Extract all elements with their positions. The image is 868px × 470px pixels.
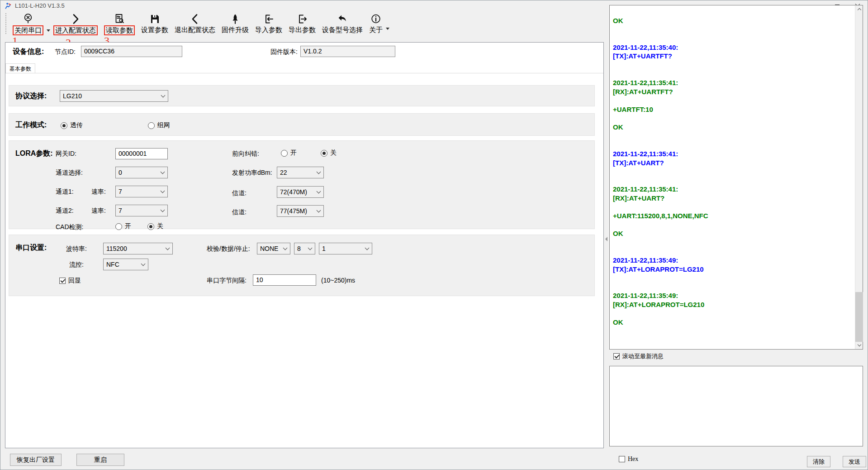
restart-button[interactable]: 重启 <box>76 454 124 466</box>
cad-off-radio[interactable]: 关 <box>147 222 163 230</box>
log-scrollbar[interactable] <box>855 5 863 349</box>
channel1-freq-combo[interactable]: 72(470M) <box>277 186 324 198</box>
combo-value: NONE <box>260 245 278 252</box>
radio-icon <box>61 122 67 129</box>
log-line: OK <box>613 229 854 238</box>
protocol-select[interactable]: LG210 <box>60 90 168 102</box>
radio-icon <box>281 150 288 157</box>
toolbar-button-import-params[interactable]: 导入参数 <box>252 12 285 34</box>
send-button[interactable]: 发送 <box>843 456 866 467</box>
chevron-down-icon <box>161 170 165 174</box>
log-line <box>613 309 854 318</box>
work-mode-section: 工作模式: 透传 组网 <box>9 113 595 136</box>
combo-value: 0 <box>119 169 122 176</box>
baud-rate-label: 波特率: <box>66 245 87 253</box>
toolbar-overflow-caret[interactable] <box>386 28 389 30</box>
tab-basic-params[interactable]: 基本参数 <box>5 63 35 73</box>
toolbar-button-export-params[interactable]: 导出参数 <box>285 12 319 34</box>
channel2-rate-label: 速率: <box>91 207 106 215</box>
flow-control-combo[interactable]: NFC <box>103 259 148 270</box>
log-line <box>613 25 854 34</box>
toolbar-gripper[interactable] <box>5 13 8 34</box>
byte-interval-label: 串口字节间隔: <box>207 277 247 285</box>
toolbar-button-close-serial[interactable]: 关闭串口 <box>9 12 47 35</box>
log-line <box>613 202 854 211</box>
radio-label: 开 <box>125 222 131 230</box>
scroll-down-arrow-icon[interactable] <box>855 341 863 349</box>
toolbar-button-enter-config[interactable]: 进入配置状态 <box>50 12 101 35</box>
serial-settings-section: 串口设置: 波特率: 115200 校验/数据/停止: NONE 8 1 流控:… <box>9 235 595 296</box>
firmware-version-field[interactable]: V1.0.2 <box>300 46 395 57</box>
scroll-to-latest-checkbox[interactable]: 滚动至最新消息 <box>613 352 664 360</box>
channel2-rate-combo[interactable]: 7 <box>115 205 168 216</box>
about-icon <box>370 13 381 25</box>
chevron-down-icon <box>283 246 288 250</box>
toolbar-label: 读取参数 <box>104 25 135 35</box>
toolbar-label: 关于 <box>369 25 383 34</box>
log-line <box>613 96 854 105</box>
data-bits-combo[interactable]: 8 <box>294 243 315 254</box>
toolbar-button-device-model[interactable]: 设备型号选择 <box>319 12 366 34</box>
close-serial-dropdown-caret[interactable] <box>47 29 50 32</box>
checkbox-label: 回显 <box>68 277 81 285</box>
checkbox-icon <box>613 353 620 360</box>
channel2-freq-label: 信道: <box>232 208 247 216</box>
channel1-label: 通道1: <box>56 188 74 196</box>
toolbar-button-read-params[interactable]: 读取参数 <box>101 12 138 35</box>
channel2-label: 通道2: <box>56 207 74 215</box>
radio-label: 开 <box>290 149 297 157</box>
enter-config-icon <box>70 13 81 25</box>
clear-button[interactable]: 清除 <box>807 456 830 467</box>
work-mode-transparent-radio[interactable]: 透传 <box>61 121 83 129</box>
combo-value: 115200 <box>106 245 127 252</box>
scrollbar-thumb[interactable] <box>855 292 863 342</box>
echo-checkbox[interactable]: 回显 <box>59 277 81 285</box>
export-params-icon <box>297 13 308 25</box>
chevron-down-icon <box>308 246 313 250</box>
log-line: 2021-11-22,11:35:40: <box>613 43 854 52</box>
toolbar-label: 退出配置状态 <box>175 25 215 34</box>
gateway-id-input[interactable]: 00000001 <box>115 148 168 159</box>
send-input-area[interactable] <box>609 366 863 446</box>
channel-select-combo[interactable]: 0 <box>115 167 168 178</box>
factory-reset-button[interactable]: 恢复出厂设置 <box>10 454 62 466</box>
panel-splitter-collapse-handle[interactable] <box>605 237 607 241</box>
toolbar-button-firmware-upgrade[interactable]: 固件升级 <box>218 12 252 34</box>
toolbar-button-about[interactable]: 关于 <box>366 12 386 34</box>
log-line: +UARTFT:10 <box>613 105 854 114</box>
stop-bits-combo[interactable]: 1 <box>319 243 372 254</box>
hex-checkbox[interactable]: Hex <box>619 456 638 463</box>
fec-on-radio[interactable]: 开 <box>281 149 297 157</box>
radio-icon <box>147 223 154 230</box>
cad-label: CAD检测: <box>56 223 83 231</box>
log-line <box>613 34 854 43</box>
channel1-rate-combo[interactable]: 7 <box>115 186 168 197</box>
log-line <box>613 167 854 176</box>
device-info-row: 设备信息: 节点ID: 0009CC36 固件版本: V1.0.2 <box>5 46 603 58</box>
channel2-freq-combo[interactable]: 77(475M) <box>277 205 324 217</box>
baud-rate-combo[interactable]: 115200 <box>103 243 173 254</box>
chevron-down-icon <box>161 93 166 98</box>
parity-combo[interactable]: NONE <box>257 243 290 254</box>
byte-interval-hint: (10~250)ms <box>321 277 355 284</box>
radio-label: 透传 <box>70 121 83 129</box>
fec-off-radio[interactable]: 关 <box>321 149 337 157</box>
chevron-down-icon <box>141 262 146 266</box>
tx-power-combo[interactable]: 22 <box>277 167 324 178</box>
node-id-field[interactable]: 0009CC36 <box>81 46 182 57</box>
toolbar-button-exit-config[interactable]: 退出配置状态 <box>171 12 218 34</box>
log-output-area[interactable]: OK 2021-11-22,11:35:40:[TX]:AT+UARTFT? 2… <box>609 5 863 350</box>
firmware-upgrade-icon <box>230 13 241 25</box>
firmware-version-label: 固件版本: <box>270 48 298 56</box>
radio-icon <box>148 122 155 129</box>
chevron-down-icon <box>317 170 321 174</box>
toolbar-button-set-params[interactable]: 设置参数 <box>138 12 171 34</box>
work-mode-network-radio[interactable]: 组网 <box>148 121 170 129</box>
cad-on-radio[interactable]: 开 <box>115 222 131 230</box>
serial-settings-label: 串口设置: <box>15 243 47 253</box>
chevron-down-icon <box>161 189 165 193</box>
byte-interval-input[interactable]: 10 <box>253 274 316 286</box>
scroll-up-arrow-icon[interactable] <box>855 5 863 13</box>
tab-strip: 基本参数 <box>5 63 603 73</box>
protocol-section: 协议选择: LG210 <box>9 85 595 106</box>
